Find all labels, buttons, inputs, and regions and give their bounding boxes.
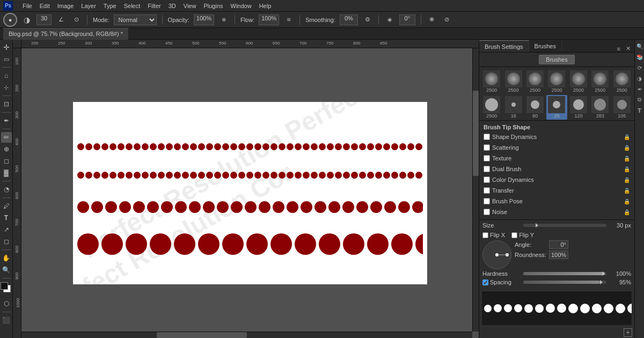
preset-2[interactable]: 2500	[503, 69, 523, 94]
preset-6[interactable]: 2500	[590, 69, 610, 94]
brush-pose-check[interactable]	[484, 198, 490, 204]
brush-tool[interactable]: ✏	[1, 132, 12, 143]
texture-lock[interactable]: 🔒	[624, 156, 630, 161]
tab-brush-settings[interactable]: Brush Settings	[479, 40, 529, 52]
menu-layer[interactable]: Layer	[81, 3, 96, 9]
canvas-scroll-area[interactable]: Perfect Resolution Perfect Perfect Resol…	[21, 48, 479, 338]
preset-8[interactable]: 2500	[481, 95, 502, 120]
crop-tool[interactable]: ⊡	[1, 99, 12, 109]
noise-lock[interactable]: 🔒	[624, 209, 630, 215]
eyedropper-tool[interactable]: ✒	[1, 115, 12, 126]
zoom-tool[interactable]: 🔍	[1, 264, 12, 275]
noise-check[interactable]	[484, 209, 490, 215]
angle-input[interactable]	[549, 240, 568, 249]
angle-circle[interactable]	[482, 240, 511, 269]
angle-icon[interactable]: ◈	[384, 14, 395, 25]
menu-help[interactable]: Help	[259, 3, 272, 9]
scattering-lock[interactable]: 🔒	[624, 145, 630, 151]
brush-hardness-icon[interactable]: ⊙	[71, 14, 82, 25]
type-icon[interactable]: T	[635, 106, 644, 115]
path-selection-tool[interactable]: ↗	[1, 224, 12, 235]
flip-y-label[interactable]: Flip Y	[511, 232, 534, 238]
hand-tool[interactable]: ✋	[1, 253, 12, 263]
smoothing-settings-icon[interactable]: ⚙	[362, 14, 373, 25]
angle-value[interactable]: 0°	[399, 14, 415, 25]
dodge-tool[interactable]: ◔	[1, 184, 12, 195]
opacity-value[interactable]: 100%	[194, 14, 214, 25]
clone-tool[interactable]: ⊕	[1, 144, 12, 155]
menu-edit[interactable]: Edit	[40, 3, 50, 9]
brush-size-value[interactable]: 30	[36, 14, 52, 25]
transfer-lock[interactable]: 🔒	[624, 188, 630, 194]
shape-dynamics-check[interactable]	[484, 134, 490, 140]
lasso-tool[interactable]: ⌂	[1, 70, 12, 81]
pen-tool[interactable]: 🖊	[1, 201, 12, 211]
texture-check[interactable]	[484, 155, 490, 161]
color-picker[interactable]	[1, 282, 12, 294]
shape-tool[interactable]: ◻	[1, 236, 12, 247]
flow-value[interactable]: 100%	[259, 14, 279, 25]
menu-filter[interactable]: Filter	[148, 3, 160, 9]
preset-4[interactable]: 2500	[546, 69, 567, 94]
brush-picker-icon[interactable]: ◑	[21, 14, 32, 25]
search-panel-icon[interactable]: 🔍	[635, 42, 644, 50]
brush-angle-icon[interactable]: ∠	[56, 14, 67, 25]
flow-icon[interactable]: ≋	[283, 14, 294, 25]
preset-11[interactable]: 25	[546, 95, 567, 120]
spacing-check[interactable]	[482, 280, 488, 285]
preset-14[interactable]: 105	[612, 95, 632, 120]
dual-brush-check[interactable]	[484, 166, 490, 172]
brushes-button[interactable]: Brushes	[539, 55, 574, 64]
menu-file[interactable]: File	[23, 3, 32, 9]
add-new-brush-icon[interactable]: +	[624, 328, 632, 337]
menu-select[interactable]: Select	[124, 3, 141, 9]
preset-10[interactable]: 80	[525, 95, 545, 120]
quick-select-tool[interactable]: ⊹	[1, 82, 12, 93]
flip-x-label[interactable]: Flip X	[482, 232, 505, 238]
menu-window[interactable]: Window	[231, 3, 252, 9]
shape-dynamics-lock[interactable]: 🔒	[624, 134, 630, 140]
menu-type[interactable]: Type	[104, 3, 116, 9]
preset-12[interactable]: 120	[568, 95, 589, 120]
erase-mode-icon[interactable]: ⊘	[442, 14, 452, 25]
menu-plugins[interactable]: Plugins	[203, 3, 223, 9]
eraser-tool[interactable]: ◻	[1, 156, 12, 166]
color-dynamics-check[interactable]	[484, 177, 490, 183]
vertical-scrollbar[interactable]	[472, 48, 479, 332]
tab-brushes[interactable]: Brushes	[529, 40, 562, 52]
libraries-icon[interactable]: 📚	[635, 53, 644, 61]
smoothing-value[interactable]: 0%	[340, 14, 358, 25]
preset-3[interactable]: 2500	[525, 69, 545, 94]
panel-menu-icon[interactable]: ≡	[616, 46, 622, 52]
opacity-pressure-icon[interactable]: ⊕	[218, 14, 229, 25]
preset-9[interactable]: 16	[503, 95, 523, 120]
type-tool[interactable]: T	[1, 212, 12, 223]
preset-13[interactable]: 283	[590, 95, 610, 120]
paths-icon[interactable]: ✒	[635, 85, 644, 93]
scattering-check[interactable]	[484, 144, 490, 151]
flip-x-check[interactable]	[482, 232, 488, 238]
preset-1[interactable]: 2500	[481, 69, 502, 94]
roundness-input[interactable]	[549, 251, 568, 259]
selection-tool[interactable]: ▭	[1, 54, 12, 64]
channels-icon[interactable]: ◑	[635, 74, 644, 83]
color-dynamics-lock[interactable]: 🔒	[624, 177, 630, 183]
transfer-check[interactable]	[484, 187, 490, 194]
move-tool[interactable]: ✛	[1, 42, 12, 53]
screen-mode-tool[interactable]: ⬛	[1, 315, 12, 326]
foreground-color[interactable]	[1, 282, 8, 290]
menu-view[interactable]: View	[184, 3, 196, 9]
brush-pose-lock[interactable]: 🔒	[624, 199, 630, 204]
preset-7[interactable]: 2500	[612, 69, 632, 94]
document-tab[interactable]: Blog.psd @ 75.7% (Background, RGB/8#) *	[3, 28, 129, 40]
menu-3d[interactable]: 3D	[169, 3, 176, 9]
dual-brush-lock[interactable]: 🔒	[624, 166, 630, 172]
mode-select[interactable]: Normal	[114, 14, 157, 25]
quick-mask-tool[interactable]: ⬡	[1, 298, 12, 309]
gradient-tool[interactable]: ▓	[1, 167, 12, 178]
horizontal-scrollbar[interactable]	[21, 332, 472, 338]
layers-icon[interactable]: ⧉	[635, 95, 644, 104]
brush-tool-icon[interactable]: ●	[3, 13, 17, 27]
panel-close-icon[interactable]: ✕	[624, 45, 632, 52]
symmetry-icon[interactable]: ❋	[427, 14, 437, 25]
